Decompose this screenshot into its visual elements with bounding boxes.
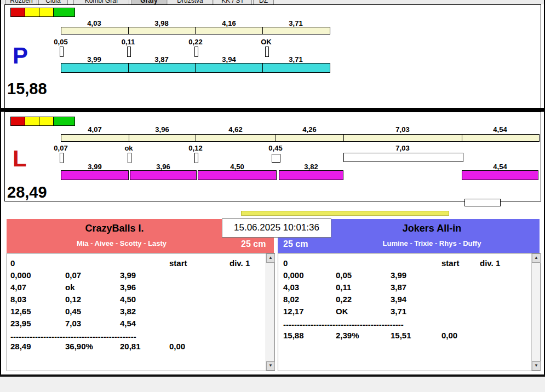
bar-segment <box>196 27 263 34</box>
score-cell: 0,000 <box>10 270 31 280</box>
split-value: 0,07 <box>54 144 67 152</box>
total-cell: 28,49 <box>10 342 31 351</box>
score-cell: 23,95 <box>10 319 31 328</box>
score-cell: 0,12 <box>65 295 81 304</box>
score-cell: 3,99 <box>120 270 136 280</box>
team-right-name: Jokers All-in <box>324 223 540 234</box>
bottom-bar-value: 4,50 <box>230 163 244 171</box>
division-label: div. 1 <box>480 258 500 268</box>
top-bar-value: 4,26 <box>302 125 316 134</box>
scroll-up-icon[interactable]: ▲ <box>532 253 541 263</box>
status-light-yellow-icon <box>39 117 54 126</box>
team-right-players: Lumine - Trixie - Rhys - Duffy <box>324 239 540 247</box>
status-lights-l <box>10 117 74 126</box>
status-light-green-icon <box>53 117 75 126</box>
tab-rozbeh[interactable]: Rozbeh <box>5 0 37 4</box>
top-bar-value: 3,98 <box>154 19 168 27</box>
bottom-bar-value: 3,87 <box>154 55 168 64</box>
tick-mark <box>128 153 131 163</box>
bar-segment <box>196 64 263 72</box>
score-cell: 3,96 <box>120 283 136 292</box>
top-bar-value: 3,96 <box>155 125 169 134</box>
split-value: ok <box>124 144 133 152</box>
score-cell: 8,02 <box>283 295 299 304</box>
window-border-left <box>0 0 1 377</box>
top-bar-value: 4,16 <box>222 19 236 27</box>
tab-kk-st[interactable]: KK / ST <box>214 0 252 4</box>
tick-mark <box>194 153 198 163</box>
bottom-bar-value: 4,54 <box>493 163 507 171</box>
split-value: 0,11 <box>122 38 135 46</box>
separator-dashes: ----------------------------------------… <box>283 320 404 329</box>
bottom-bar-value: 3,94 <box>222 55 236 64</box>
bar-segment <box>276 135 344 141</box>
score-cell: 4,54 <box>120 319 136 328</box>
split-checkbox[interactable] <box>272 154 280 163</box>
panel-separator <box>0 108 545 112</box>
lane-total-p: 15,88 <box>7 81 47 97</box>
lane-letter-l: L <box>13 147 27 170</box>
bar-segment <box>61 170 129 180</box>
top-bar-l <box>61 134 540 142</box>
top-bar-value: 4,62 <box>228 125 242 134</box>
division-label: div. 1 <box>230 258 250 268</box>
split-value: 0,22 <box>188 38 202 46</box>
status-light-yellow-icon <box>25 8 39 17</box>
panel-l: L 28,49 4,07 3,96 4,62 4,26 7,03 4,54 0,… <box>4 112 541 201</box>
lane-letter-p: P <box>13 44 28 67</box>
round-label: 0 <box>283 258 288 268</box>
tab-cidla[interactable]: Čidla <box>38 0 68 4</box>
bar-segment <box>263 64 330 72</box>
status-light-red-icon <box>10 117 25 126</box>
split-value: 0,12 <box>188 144 202 152</box>
top-bar-value: 4,07 <box>88 125 101 134</box>
tab-druzstva[interactable]: Družstva <box>168 0 213 4</box>
bar-segment <box>263 27 330 34</box>
team-right-scores: 0 start div. 1 0,000 0,05 3,99 4,03 0,11… <box>278 253 541 371</box>
score-cell: OK <box>336 307 348 316</box>
split-value: OK <box>261 38 272 46</box>
score-cell: 3,94 <box>391 295 406 304</box>
scroll-down-icon[interactable]: ▼ <box>266 361 275 371</box>
bar-segment <box>279 170 343 180</box>
score-cell: 4,07 <box>10 283 26 292</box>
score-cell: 0,05 <box>336 270 352 280</box>
bar-segment <box>462 135 539 141</box>
tab-grafy[interactable]: Grafy <box>131 0 167 4</box>
total-cell: 15,88 <box>283 331 304 340</box>
status-light-yellow-icon <box>39 8 54 17</box>
scrollbar[interactable]: ▲ ▼ <box>531 253 540 371</box>
round-label: 0 <box>10 258 15 268</box>
score-cell: 0,11 <box>336 283 351 292</box>
score-cell: 12,65 <box>10 307 31 316</box>
total-cell: 20,81 <box>120 342 141 351</box>
tab-bar: Rozbeh Čidla Kombi Graf Grafy Družstva K… <box>0 0 545 4</box>
score-cell: 0,22 <box>336 295 352 304</box>
scroll-up-icon[interactable]: ▲ <box>266 253 275 263</box>
tab-kombi-graf[interactable]: Kombi Graf <box>73 0 129 4</box>
top-bar-p <box>61 27 330 34</box>
bar-segment <box>129 64 196 72</box>
active-measure-bar <box>343 153 463 162</box>
tab-dz[interactable]: DZ <box>253 0 274 4</box>
app-window: Rozbeh Čidla Kombi Graf Grafy Družstva K… <box>0 0 545 392</box>
bottom-bar-value: 3,96 <box>156 163 170 171</box>
bar-segment <box>344 135 462 141</box>
bottom-bar-p <box>61 63 330 73</box>
lane-total-l: 28,49 <box>7 185 47 200</box>
bar-segment <box>61 27 129 34</box>
start-label: start <box>441 258 460 268</box>
top-bar-value: 4,54 <box>493 125 507 134</box>
total-cell: 0,00 <box>441 331 457 340</box>
total-cell: 15,51 <box>391 331 411 340</box>
split-value: 7,03 <box>395 144 409 152</box>
total-cell: 36,90% <box>65 342 93 351</box>
scroll-down-icon[interactable]: ▼ <box>532 361 541 371</box>
status-lights-p <box>10 8 74 17</box>
bar-segment <box>129 27 196 34</box>
scrollbar[interactable]: ▲ ▼ <box>266 253 274 371</box>
total-cell: 0,00 <box>169 342 185 351</box>
timestamp: 15.06.2025 10:01:36 <box>222 218 331 238</box>
top-bar-value: 3,71 <box>289 19 302 27</box>
score-cell: 3,71 <box>391 307 406 316</box>
